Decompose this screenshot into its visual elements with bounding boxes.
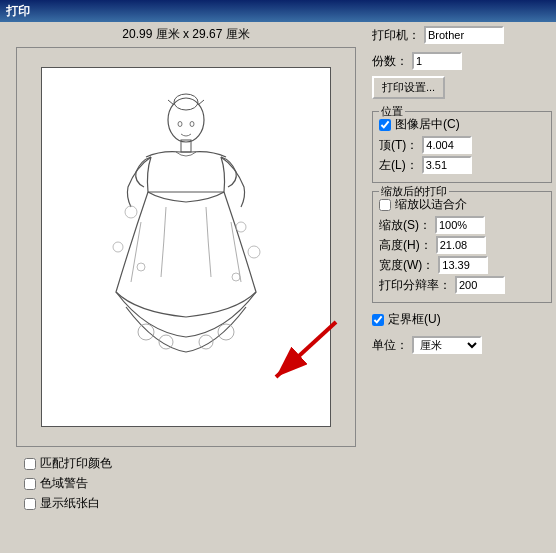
svg-point-14 <box>218 324 234 340</box>
checkbox-row-3[interactable]: 显示纸张白 <box>24 495 112 512</box>
top-row: 顶(T)： <box>379 136 545 154</box>
svg-point-5 <box>125 206 137 218</box>
svg-point-16 <box>190 122 194 127</box>
printer-label: 打印机： <box>372 27 420 44</box>
gamut-warning-label: 色域警告 <box>40 475 88 492</box>
width-input[interactable] <box>438 256 488 274</box>
svg-line-2 <box>168 100 174 105</box>
checkbox-row-1[interactable]: 匹配打印颜色 <box>24 455 112 472</box>
bounding-box-checkbox[interactable] <box>372 314 384 326</box>
resolution-input[interactable] <box>455 276 505 294</box>
printer-value: Brother <box>424 26 504 44</box>
show-paper-white-label: 显示纸张白 <box>40 495 100 512</box>
scale-input[interactable] <box>435 216 485 234</box>
width-label: 宽度(W)： <box>379 257 434 274</box>
red-arrow-svg <box>256 312 346 392</box>
print-settings-button[interactable]: 打印设置... <box>372 76 445 99</box>
print-color-label: 匹配打印颜色 <box>40 455 112 472</box>
fit-page-checkbox[interactable] <box>379 199 391 211</box>
width-row: 宽度(W)： <box>379 256 545 274</box>
copies-row: 份数： <box>372 52 552 70</box>
svg-point-10 <box>232 273 240 281</box>
preview-image <box>56 82 316 412</box>
svg-point-6 <box>113 242 123 252</box>
top-label: 顶(T)： <box>379 137 418 154</box>
position-group-title: 位置 <box>379 104 405 119</box>
unit-select[interactable]: 厘米 <box>412 336 482 354</box>
scale-label: 缩放(S)： <box>379 217 431 234</box>
title-bar: 打印 <box>0 0 556 22</box>
left-label: 左(L)： <box>379 157 418 174</box>
left-input[interactable] <box>422 156 472 174</box>
preview-inner <box>41 67 331 427</box>
svg-point-8 <box>236 222 246 232</box>
unit-row: 单位： 厘米 <box>372 336 552 354</box>
svg-point-15 <box>178 122 182 127</box>
left-row: 左(L)： <box>379 156 545 174</box>
height-label: 高度(H)： <box>379 237 432 254</box>
preview-border <box>16 47 356 447</box>
scale-row: 缩放(S)： <box>379 216 545 234</box>
position-group: 位置 图像居中(C) 顶(T)： 左(L)： <box>372 111 552 183</box>
print-color-checkbox[interactable] <box>24 458 36 470</box>
checkbox-row-2[interactable]: 色域警告 <box>24 475 112 492</box>
checkboxes-area: 匹配打印颜色 色域警告 显示纸张白 <box>4 455 112 512</box>
copies-input[interactable] <box>412 52 462 70</box>
height-row: 高度(H)： <box>379 236 545 254</box>
printer-row: 打印机： Brother <box>372 26 552 44</box>
svg-line-18 <box>276 322 336 377</box>
center-image-checkbox[interactable] <box>379 119 391 131</box>
show-paper-white-checkbox[interactable] <box>24 498 36 510</box>
scale-group-title: 缩放后的打印 <box>379 184 449 199</box>
bounding-box-row[interactable]: 定界框(U) <box>372 311 552 328</box>
svg-point-9 <box>248 246 260 258</box>
resolution-label: 打印分辩率： <box>379 277 451 294</box>
copies-label: 份数： <box>372 53 408 70</box>
preview-panel: 20.99 厘米 x 29.67 厘米 <box>4 26 368 549</box>
top-input[interactable] <box>422 136 472 154</box>
unit-label: 单位： <box>372 337 408 354</box>
resolution-row: 打印分辩率： <box>379 276 545 294</box>
svg-point-7 <box>137 263 145 271</box>
gamut-warning-checkbox[interactable] <box>24 478 36 490</box>
svg-point-11 <box>138 324 154 340</box>
dimension-label: 20.99 厘米 x 29.67 厘米 <box>122 26 249 43</box>
right-panel: 打印机： Brother 份数： 打印设置... 位置 图像居中(C) 顶(T)… <box>372 26 552 549</box>
title-text: 打印 <box>6 3 30 20</box>
bounding-box-label: 定界框(U) <box>388 311 441 328</box>
height-input[interactable] <box>436 236 486 254</box>
scale-group: 缩放后的打印 缩放以适合介 缩放(S)： 高度(H)： 宽度(W)： 打印分辩率… <box>372 191 552 303</box>
svg-point-1 <box>174 94 198 110</box>
svg-line-3 <box>198 100 204 105</box>
